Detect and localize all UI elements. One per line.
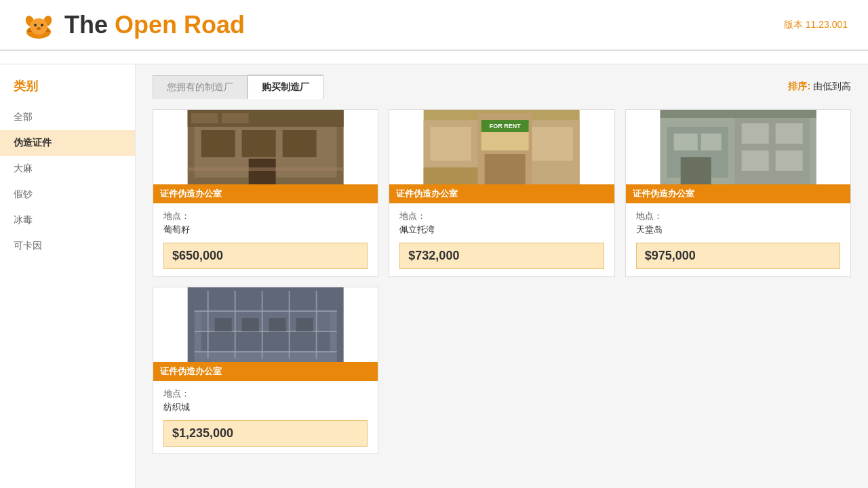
sidebar-item-meth[interactable]: 冰毒	[0, 207, 135, 233]
sidebar-item-all[interactable]: 全部	[0, 104, 135, 130]
svg-rect-38	[680, 157, 711, 184]
sidebar-item-weed[interactable]: 大麻	[0, 156, 135, 182]
svg-rect-20	[431, 127, 471, 161]
svg-rect-26	[532, 127, 573, 161]
svg-rect-32	[741, 123, 768, 144]
version-info: 版本 11.23.001	[784, 19, 848, 31]
svg-rect-44	[201, 331, 330, 352]
product-info-prod-4: 地点： 纺织城 $1,235,000	[153, 381, 378, 453]
svg-text:FOR RENT: FOR RENT	[490, 123, 521, 129]
svg-rect-42	[195, 291, 337, 311]
product-location-label-prod-3: 地点：	[636, 210, 840, 222]
svg-rect-37	[701, 134, 721, 150]
header: The Open Road 版本 11.23.001	[0, 0, 868, 51]
product-image-prod-1	[153, 110, 378, 184]
tab-owned[interactable]: 您拥有的制造厂	[153, 75, 248, 99]
product-price-prod-4: $1,235,000	[163, 420, 368, 447]
product-location-prod-1: 葡萄籽	[163, 224, 368, 236]
tab-group: 您拥有的制造厂 购买制造厂	[153, 75, 323, 99]
sort-area: 排序: 由低到高	[788, 81, 851, 93]
product-location-prod-3: 天堂岛	[636, 224, 840, 236]
svg-point-4	[30, 18, 47, 35]
product-image-prod-4	[153, 287, 378, 362]
svg-point-6	[41, 24, 43, 26]
product-card-prod-4[interactable]: 证件伪造办公室 地点： 纺织城 $1,235,000	[153, 287, 378, 454]
product-info-prod-2: 地点： 佩立托湾 $732,000	[389, 203, 614, 276]
sidebar-item-counterfeit[interactable]: 假钞	[0, 182, 135, 207]
sidebar-title: 类别	[0, 78, 135, 104]
nav-bar	[0, 51, 868, 64]
content-area: 您拥有的制造厂 购买制造厂 排序: 由低到高	[136, 64, 868, 488]
product-card-prod-2[interactable]: FOR RENT 证件伪造办公室 地点： 佩立托湾 $732,000	[389, 109, 614, 277]
product-price-prod-1: $650,000	[163, 243, 368, 269]
svg-rect-27	[424, 167, 478, 184]
product-type-banner-prod-3: 证件伪造办公室	[626, 184, 850, 203]
svg-rect-34	[741, 150, 768, 171]
sidebar-item-fake-id[interactable]: 伪造证件	[0, 130, 135, 156]
svg-rect-53	[215, 318, 232, 331]
sidebar-item-cocaine[interactable]: 可卡因	[0, 233, 135, 259]
product-type-banner-prod-1: 证件伪造办公室	[153, 184, 378, 203]
svg-rect-35	[775, 150, 802, 171]
svg-rect-12	[283, 130, 317, 157]
svg-rect-10	[201, 130, 235, 157]
logo-text: The Open Road	[64, 11, 245, 39]
product-price-prod-3: $975,000	[636, 243, 840, 269]
product-image-prod-2: FOR RENT	[389, 110, 614, 184]
product-type-banner-prod-2: 证件伪造办公室	[389, 184, 614, 203]
product-price-prod-2: $732,000	[399, 243, 604, 269]
svg-rect-13	[249, 159, 276, 184]
svg-rect-55	[269, 318, 286, 331]
product-image-prod-3	[626, 110, 850, 184]
product-location-label-prod-2: 地点：	[399, 210, 604, 222]
sidebar-items: 全部伪造证件大麻假钞冰毒可卡因	[0, 104, 135, 259]
svg-point-5	[34, 24, 37, 26]
logo-icon	[20, 6, 58, 43]
product-card-prod-3[interactable]: 证件伪造办公室 地点： 天堂岛 $975,000	[625, 109, 851, 277]
logo-area: The Open Road	[20, 6, 245, 43]
svg-rect-17	[188, 167, 344, 171]
svg-rect-33	[775, 123, 802, 144]
svg-rect-11	[242, 130, 276, 157]
tab-buy[interactable]: 购买制造厂	[248, 75, 323, 99]
svg-point-7	[37, 27, 41, 30]
svg-rect-15	[191, 113, 218, 123]
svg-rect-25	[485, 154, 526, 184]
svg-rect-56	[296, 318, 313, 331]
product-grid: 证件伪造办公室 地点： 葡萄籽 $650,000 FOR RENT	[153, 109, 851, 454]
sidebar: 类别 全部伪造证件大麻假钞冰毒可卡因	[0, 64, 136, 488]
product-card-prod-1[interactable]: 证件伪造办公室 地点： 葡萄籽 $650,000	[153, 109, 378, 277]
svg-rect-36	[673, 134, 697, 150]
product-location-label-prod-4: 地点：	[163, 388, 368, 400]
product-location-prod-4: 纺织城	[163, 401, 368, 413]
product-info-prod-3: 地点： 天堂岛 $975,000	[626, 203, 850, 276]
svg-rect-54	[242, 318, 259, 331]
sort-value: 由低到高	[813, 81, 851, 92]
svg-rect-39	[660, 110, 816, 118]
product-location-prod-2: 佩立托湾	[399, 224, 604, 236]
tabs-row: 您拥有的制造厂 购买制造厂 排序: 由低到高	[153, 75, 851, 99]
main-layout: 类别 全部伪造证件大麻假钞冰毒可卡因 您拥有的制造厂 购买制造厂 排序: 由低到…	[0, 64, 868, 488]
product-location-label-prod-1: 地点：	[163, 210, 368, 222]
sort-label: 排序:	[788, 81, 810, 92]
product-info-prod-1: 地点： 葡萄籽 $650,000	[153, 203, 378, 276]
svg-rect-16	[222, 113, 249, 123]
product-type-banner-prod-4: 证件伪造办公室	[153, 362, 378, 381]
